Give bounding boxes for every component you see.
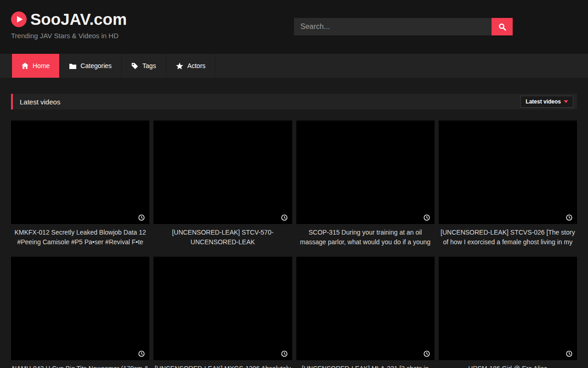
- video-card[interactable]: [UNCENSORED-LEAK] MXGS-1306 Absolutely: [153, 257, 292, 368]
- video-thumbnail[interactable]: [296, 257, 435, 360]
- video-thumbnail[interactable]: [439, 121, 577, 224]
- clock-icon: [281, 351, 288, 357]
- clock-icon: [138, 351, 145, 357]
- section-header: Latest videos Latest videos: [11, 94, 577, 109]
- nav-item-categories[interactable]: Categories: [60, 54, 122, 78]
- video-card[interactable]: SCOP-315 During your training at an oil …: [296, 121, 435, 247]
- video-title[interactable]: [UNCENSORED-LEAK] MLA-231 [3 shots in: [296, 364, 435, 368]
- sort-dropdown-label: Latest videos: [526, 98, 561, 105]
- clock-icon: [566, 214, 572, 221]
- video-card[interactable]: KMKFX-012 Secretly Leaked Blowjob Data 1…: [11, 121, 149, 247]
- video-card[interactable]: [UNCENSORED-LEAK] STCV-570-UNCENSORED-LE…: [153, 121, 292, 247]
- caret-down-icon: [564, 100, 568, 103]
- video-thumbnail[interactable]: [11, 121, 149, 224]
- home-icon: [22, 63, 28, 69]
- folder-icon: [69, 63, 76, 69]
- clock-icon: [138, 214, 145, 221]
- video-thumbnail[interactable]: [153, 121, 292, 224]
- video-thumbnail[interactable]: [439, 257, 577, 360]
- video-thumbnail[interactable]: [296, 121, 435, 224]
- video-title[interactable]: [UNCENSORED-LEAK] STCV-570-UNCENSORED-LE…: [153, 228, 292, 247]
- tag-icon: [131, 63, 138, 69]
- video-title[interactable]: [UNCENSORED-LEAK] MXGS-1306 Absolutely: [153, 364, 292, 368]
- main-nav: Home Categories Tags Actors: [0, 54, 588, 78]
- logo-text: SooJAV.com: [30, 10, 127, 29]
- video-title[interactable]: HRSM-186 Girl @ Era Alice: [439, 364, 577, 368]
- clock-icon: [566, 351, 572, 357]
- video-card[interactable]: [UNCENSORED-LEAK] MLA-231 [3 shots in: [296, 257, 435, 368]
- search-form: [294, 18, 513, 35]
- clock-icon: [424, 351, 430, 357]
- video-thumbnail[interactable]: [11, 257, 149, 360]
- play-circle-icon: [11, 12, 27, 27]
- nav-item-label: Home: [33, 62, 50, 69]
- video-title[interactable]: NAMH-042 H Cup Big Tits Newcomer (170cm …: [11, 364, 149, 368]
- nav-item-home[interactable]: Home: [11, 54, 60, 78]
- nav-item-label: Categories: [80, 62, 112, 69]
- video-card[interactable]: HRSM-186 Girl @ Era Alice: [439, 257, 577, 368]
- video-grid: KMKFX-012 Secretly Leaked Blowjob Data 1…: [11, 121, 577, 368]
- nav-item-label: Actors: [187, 62, 206, 69]
- section-title: Latest videos: [13, 98, 60, 106]
- search-button[interactable]: [492, 18, 513, 35]
- nav-item-label: Tags: [142, 62, 156, 69]
- search-icon: [498, 23, 506, 31]
- sort-dropdown[interactable]: Latest videos: [520, 96, 573, 108]
- search-input[interactable]: [294, 18, 492, 35]
- nav-item-tags[interactable]: Tags: [122, 54, 166, 78]
- main-content: Latest videos Latest videos KMKFX-012 Se…: [11, 94, 577, 368]
- video-title[interactable]: KMKFX-012 Secretly Leaked Blowjob Data 1…: [11, 228, 149, 247]
- star-icon: [176, 63, 183, 69]
- video-title[interactable]: [UNCENSORED-LEAK] STCVS-026 [The story o…: [439, 228, 577, 247]
- site-logo[interactable]: SooJAV.com Trending JAV Stars & Videos i…: [11, 10, 127, 40]
- site-tagline: Trending JAV Stars & Videos in HD: [11, 32, 127, 40]
- nav-item-actors[interactable]: Actors: [166, 54, 216, 78]
- video-card[interactable]: NAMH-042 H Cup Big Tits Newcomer (170cm …: [11, 257, 149, 368]
- video-card[interactable]: [UNCENSORED-LEAK] STCVS-026 [The story o…: [439, 121, 577, 247]
- site-header: SooJAV.com Trending JAV Stars & Videos i…: [0, 0, 588, 54]
- clock-icon: [281, 214, 288, 221]
- video-thumbnail[interactable]: [153, 257, 292, 360]
- video-title[interactable]: SCOP-315 During your training at an oil …: [296, 228, 435, 247]
- clock-icon: [424, 214, 430, 221]
